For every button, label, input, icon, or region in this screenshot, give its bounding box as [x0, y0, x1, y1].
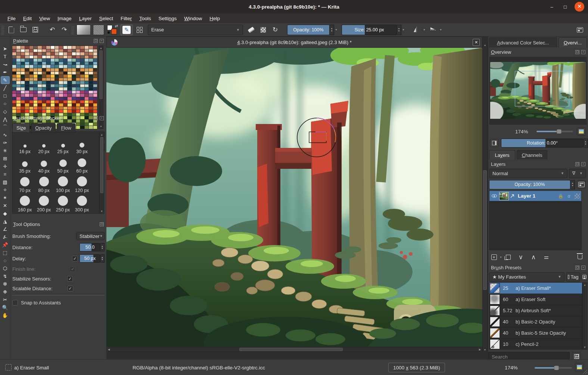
- palette-swatch[interactable]: [63, 84, 68, 88]
- float-docker-icon[interactable]: [94, 116, 98, 120]
- edit-brush-settings-button[interactable]: ✎: [120, 24, 133, 35]
- overview-viewport-rect[interactable]: [515, 71, 569, 106]
- hscroll-thumb[interactable]: [239, 348, 343, 351]
- palette-swatch[interactable]: [55, 103, 59, 107]
- palette-swatch[interactable]: [16, 91, 21, 94]
- palette-swatch[interactable]: [72, 75, 76, 78]
- palette-swatch[interactable]: [72, 62, 76, 65]
- palette-swatch[interactable]: [63, 68, 68, 72]
- palette-swatch[interactable]: [80, 87, 84, 91]
- brush-preset-row[interactable]: 10c) Pencil-2: [489, 339, 582, 350]
- palette-swatch[interactable]: [80, 91, 84, 94]
- palette-swatch[interactable]: [76, 46, 80, 49]
- palette-swatch[interactable]: [12, 52, 16, 56]
- palette-swatch[interactable]: [68, 91, 72, 94]
- stabilize-sensors-checkbox[interactable]: ✓: [67, 276, 73, 282]
- palette-swatch[interactable]: [51, 100, 55, 104]
- palette-swatch[interactable]: [38, 68, 42, 72]
- palette-swatch[interactable]: [25, 81, 29, 84]
- palette-swatch[interactable]: [34, 87, 38, 91]
- palette-swatch[interactable]: [63, 62, 68, 65]
- palette-swatch[interactable]: [38, 72, 42, 75]
- palette-swatch[interactable]: [25, 59, 29, 62]
- menu-layer[interactable]: Layer: [75, 15, 96, 22]
- palette-swatch[interactable]: [34, 110, 38, 113]
- show-panels-button[interactable]: [575, 25, 585, 35]
- palette-swatch[interactable]: [38, 78, 42, 81]
- palette-swatch[interactable]: [93, 65, 97, 68]
- palette-swatch[interactable]: [72, 72, 76, 75]
- palette-swatch[interactable]: [80, 68, 84, 72]
- palette-swatch[interactable]: [38, 100, 42, 104]
- palette-swatch[interactable]: [63, 103, 68, 107]
- palette-swatch[interactable]: [25, 65, 29, 68]
- palette-swatch[interactable]: [25, 97, 29, 100]
- close-docker-icon[interactable]: ×: [581, 162, 585, 166]
- calligraphy-tool[interactable]: ✒: [1, 68, 10, 76]
- brush-preset-row[interactable]: 5.72b) Airbrush Soft*: [489, 305, 582, 316]
- palette-swatch[interactable]: [76, 100, 80, 104]
- palette-swatch[interactable]: [25, 62, 29, 65]
- palette-swatch[interactable]: [34, 68, 38, 72]
- palette-swatch[interactable]: [72, 81, 76, 84]
- palette-swatch[interactable]: [29, 46, 34, 49]
- palette-swatch[interactable]: [12, 46, 16, 49]
- palette-swatch[interactable]: [89, 49, 93, 53]
- float-docker-icon[interactable]: [100, 222, 104, 226]
- palette-swatch[interactable]: [51, 56, 55, 59]
- palette-swatch[interactable]: [93, 103, 97, 107]
- palette-swatch[interactable]: [93, 97, 97, 100]
- select-shapes-tool[interactable]: ➤: [1, 45, 10, 53]
- palette-swatch[interactable]: [68, 52, 72, 56]
- foreground-background-colors[interactable]: ⇄: [107, 25, 118, 35]
- palette-swatch[interactable]: [85, 81, 89, 84]
- opacity-spin-buttons[interactable]: ▲▼: [330, 25, 334, 35]
- snap-to-assistants-checkbox[interactable]: [12, 300, 18, 306]
- palette-swatch[interactable]: [93, 72, 97, 75]
- palette-swatch[interactable]: [34, 97, 38, 100]
- palette-swatch[interactable]: [72, 65, 76, 68]
- palette-swatch[interactable]: [76, 68, 80, 72]
- palette-swatch[interactable]: [34, 52, 38, 56]
- gradient-tool[interactable]: ▧: [1, 178, 10, 186]
- palette-swatch[interactable]: [29, 68, 34, 72]
- palette-swatch[interactable]: [80, 52, 84, 56]
- palette-swatch[interactable]: [12, 81, 16, 84]
- palette-swatch[interactable]: [68, 87, 72, 91]
- brush-size-preset[interactable]: 100 px: [53, 174, 72, 193]
- palette-swatch[interactable]: [80, 81, 84, 84]
- palette-swatch[interactable]: [89, 94, 93, 97]
- palette-swatch[interactable]: [89, 110, 93, 113]
- palette-swatch[interactable]: [89, 123, 93, 126]
- brush-size-preset[interactable]: 250 px: [53, 193, 72, 213]
- palette-swatch[interactable]: [63, 100, 68, 104]
- palette-swatch[interactable]: [42, 94, 46, 97]
- palette-swatch[interactable]: [76, 84, 80, 88]
- palette-swatch[interactable]: [16, 52, 21, 56]
- text-tool[interactable]: T: [1, 53, 10, 61]
- palette-swatch[interactable]: [68, 59, 72, 62]
- palette-swatch[interactable]: [85, 56, 89, 59]
- palette-swatch[interactable]: [63, 52, 68, 56]
- palette-swatch[interactable]: [89, 84, 93, 88]
- palette-swatch[interactable]: [93, 126, 97, 129]
- palette-swatch[interactable]: [12, 49, 16, 53]
- palette-swatch[interactable]: [46, 46, 50, 49]
- palette-swatch[interactable]: [59, 81, 63, 84]
- palette-swatch[interactable]: [38, 97, 42, 100]
- freehand-select-tool[interactable]: ↯: [1, 272, 10, 280]
- overview-docker-header[interactable]: Overview ×: [488, 48, 588, 56]
- brush-preset-combobox[interactable]: Erase ▼: [148, 25, 243, 35]
- palette-swatch[interactable]: [89, 75, 93, 78]
- pan-tool[interactable]: ✋: [1, 312, 10, 319]
- palette-swatch[interactable]: [59, 110, 63, 113]
- palette-swatch[interactable]: [16, 78, 21, 81]
- palette-swatch[interactable]: [93, 56, 97, 59]
- brush-preset-row[interactable]: 25a) Eraser Small*: [489, 283, 582, 294]
- menu-image[interactable]: Image: [54, 15, 75, 22]
- palette-swatch[interactable]: [76, 107, 80, 110]
- minimize-button[interactable]: –: [545, 0, 558, 13]
- palette-swatch[interactable]: [89, 107, 93, 110]
- palette-swatch[interactable]: [93, 81, 97, 84]
- palette-swatch[interactable]: [80, 49, 84, 53]
